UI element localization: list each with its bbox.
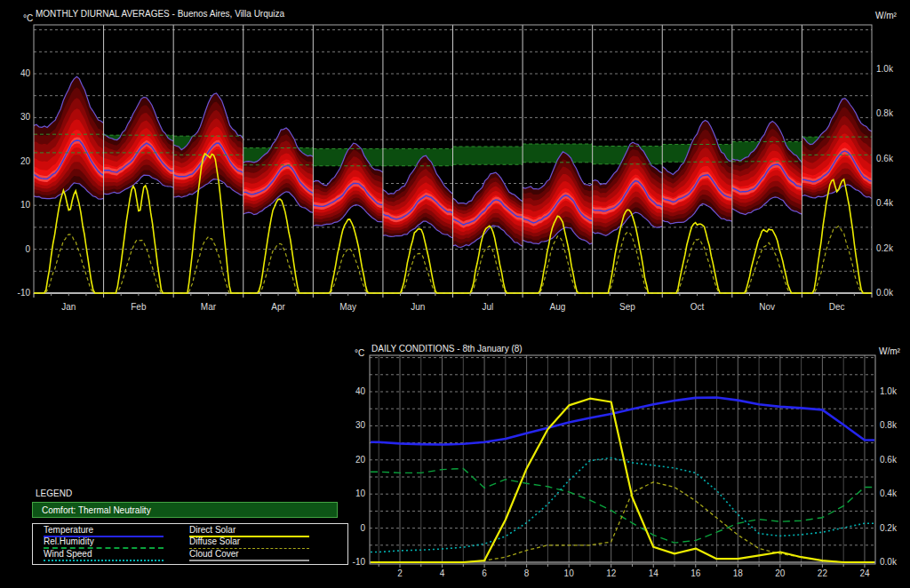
svg-text:1.0k: 1.0k [880,386,898,396]
legend-item-wind-speed: Wind Speed [44,550,189,561]
svg-text:0: 0 [25,244,30,254]
svg-text:0.2k: 0.2k [876,243,894,253]
daily-celsius-label: °C [355,348,364,358]
wind-speed-line-swatch [44,560,164,561]
svg-text:10: 10 [564,568,575,578]
svg-text:Jun: Jun [411,302,425,312]
svg-text:0.4k: 0.4k [876,198,894,208]
legend-items-box: Temperature Direct Solar Rel.Humidity Di… [32,523,348,565]
legend-title: LEGEND [36,489,72,498]
svg-text:10: 10 [20,200,31,210]
svg-text:-10: -10 [353,557,366,567]
svg-text:0.2k: 0.2k [880,523,898,533]
legend-comfort-label: Comfort: Thermal Neutrality [42,505,151,515]
svg-text:1.0k: 1.0k [876,64,894,74]
legend-item-label: Cloud Cover [189,550,239,559]
svg-text:Apr: Apr [271,302,285,312]
svg-text:0: 0 [360,523,365,533]
svg-text:Dec: Dec [829,302,845,312]
legend-item-cloud-cover: Cloud Cover [189,550,337,561]
svg-text:12: 12 [606,568,617,578]
legend-comfort-band: Comfort: Thermal Neutrality [32,502,338,518]
svg-text:0.6k: 0.6k [880,455,898,465]
svg-text:2: 2 [397,568,403,578]
legend-item-rel-humidity: Rel.Humidity [44,537,189,549]
svg-text:8: 8 [524,568,530,578]
legend-item-label: Temperature [44,526,93,535]
legend-item-label: Rel.Humidity [44,537,94,546]
svg-text:40: 40 [20,68,31,78]
svg-text:Feb: Feb [131,302,147,312]
svg-text:40: 40 [355,386,366,396]
svg-text:Aug: Aug [549,302,565,312]
svg-text:Sep: Sep [619,302,635,312]
svg-text:4: 4 [440,568,445,578]
cloud-cover-line-swatch [189,560,309,561]
legend-item-label: Direct Solar [189,526,235,535]
svg-text:20: 20 [20,156,31,166]
svg-text:0.4k: 0.4k [880,489,898,498]
legend-item-diffuse-solar: Diffuse Solar [189,537,337,549]
svg-text:14: 14 [649,568,659,578]
daily-wm2-label: W/m² [879,346,900,356]
svg-text:22: 22 [818,568,828,578]
svg-text:Mar: Mar [201,302,217,312]
svg-text:30: 30 [355,420,366,430]
svg-text:0.6k: 0.6k [876,154,894,163]
svg-text:6: 6 [482,568,487,578]
svg-text:30: 30 [20,112,31,122]
svg-text:0.0k: 0.0k [876,288,894,298]
legend-item-label: Wind Speed [44,550,92,559]
svg-text:24: 24 [859,568,870,578]
svg-text:20: 20 [355,455,366,465]
daily-chart-title: DAILY CONDITIONS - 8th January (8) [371,344,523,354]
svg-text:20: 20 [775,568,786,578]
svg-text:Jan: Jan [61,302,76,312]
svg-text:16: 16 [690,568,701,578]
monthly-plot: JanFebMarAprMayJunJulAugSepOctNovDec4030… [18,25,894,312]
svg-text:0.0k: 0.0k [880,557,898,567]
daily-plot: 24681012141618202224403020100-101.0k0.8k… [353,355,898,578]
svg-text:18: 18 [733,568,744,578]
svg-text:-10: -10 [18,288,31,298]
svg-text:Jul: Jul [482,302,493,312]
svg-text:10: 10 [355,489,366,498]
svg-text:Nov: Nov [759,302,775,312]
svg-text:May: May [339,302,356,312]
legend-item-direct-solar: Direct Solar [189,526,337,537]
legend-item-label: Diffuse Solar [189,537,240,546]
svg-text:0.8k: 0.8k [876,108,894,118]
svg-text:Oct: Oct [690,302,705,312]
monthly-diurnal-chart[interactable]: JanFebMarAprMayJunJulAugSepOctNovDec4030… [0,0,910,338]
weather-tool-screen: °C MONTHLY DIURNAL AVERAGES - Buenos Air… [0,0,910,588]
legend-item-temperature: Temperature [44,526,189,537]
svg-text:0.8k: 0.8k [880,420,898,430]
